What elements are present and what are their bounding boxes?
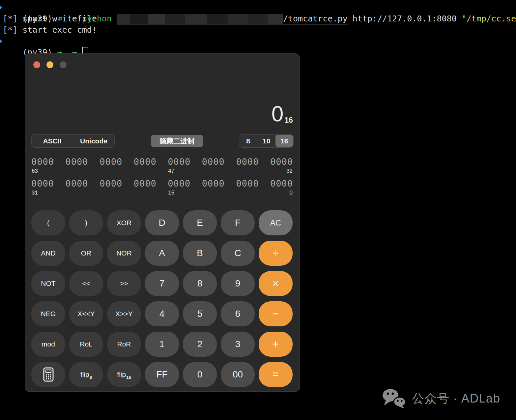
key-label: X>>Y	[115, 310, 133, 318]
binary-group[interactable]: 0000	[168, 178, 190, 189]
key-label: 4	[159, 309, 165, 319]
key-label: FF	[156, 369, 167, 380]
key-label: RoR	[117, 340, 131, 348]
key-x-shift-right-y[interactable]: X>>Y	[107, 301, 141, 326]
binary-group[interactable]: 0000	[100, 157, 122, 167]
key-shift-left[interactable]: <<	[69, 271, 103, 296]
key-or[interactable]: OR	[69, 241, 103, 266]
key-neg[interactable]: NEG	[31, 301, 65, 326]
key-label: <<	[82, 280, 90, 287]
terminal-output: (py39)→~python/tomcatrce.pyhttp://127.0.…	[0, 2, 516, 47]
binary-group[interactable]: 0000	[134, 157, 157, 167]
key-divide[interactable]: ÷	[259, 241, 293, 266]
key-equals[interactable]: =	[259, 362, 293, 387]
base-segment-10[interactable]: 10	[257, 135, 275, 147]
key-subtract[interactable]: −	[259, 301, 293, 326]
key-close-paren[interactable]: )	[69, 210, 103, 235]
binary-group[interactable]: 0000	[236, 157, 259, 167]
key-label: AND	[41, 249, 55, 257]
key-label: X<<Y	[77, 310, 95, 318]
key-multiply[interactable]: ×	[259, 271, 293, 296]
key-label: −	[272, 308, 279, 320]
zoom-button[interactable]	[60, 61, 67, 68]
prompt-clipped-arrow-icon	[0, 5, 2, 10]
key-8[interactable]: 8	[183, 271, 217, 296]
binary-view: 0000000000000000000000000000000063473200…	[31, 157, 293, 200]
bit-index-left: 63	[32, 168, 38, 174]
display-separator	[31, 130, 294, 130]
key-0[interactable]: 0	[183, 362, 217, 387]
key-label: mod	[42, 340, 55, 348]
binary-group[interactable]: 0000	[100, 178, 122, 189]
key-label: RoL	[80, 340, 93, 348]
key-label-subscript: 16	[126, 375, 131, 380]
key-flip8[interactable]: flip8	[69, 362, 103, 387]
minimize-button[interactable]	[46, 61, 53, 68]
key-d[interactable]: D	[145, 210, 179, 235]
key-label: A	[159, 248, 165, 258]
binary-group[interactable]: 0000	[66, 157, 88, 167]
key-e[interactable]: E	[183, 210, 217, 235]
key-2[interactable]: 2	[183, 332, 217, 357]
key-rol[interactable]: RoL	[69, 332, 103, 357]
key-flip16[interactable]: flip16	[107, 362, 141, 387]
key-label: F	[235, 218, 241, 228]
encoding-segmented-control: ASCII Unicode	[31, 134, 115, 148]
key-label: NOT	[41, 280, 55, 287]
key-label: flip	[117, 371, 126, 378]
key-3[interactable]: 3	[221, 332, 255, 357]
key-not[interactable]: NOT	[31, 271, 65, 296]
key-label: 3	[235, 339, 241, 349]
binary-group[interactable]: 0000	[236, 178, 259, 189]
binary-group[interactable]: 0000	[31, 178, 54, 189]
key-and[interactable]: AND	[31, 241, 65, 266]
key-ff[interactable]: FF	[145, 362, 179, 387]
key-00[interactable]: 00	[221, 362, 255, 387]
key-label: >>	[120, 280, 128, 287]
key-xor[interactable]: XOR	[107, 210, 141, 235]
prompt-clipped-arrow-icon	[0, 39, 2, 44]
key-label: AC	[270, 218, 281, 227]
binary-group[interactable]: 0000	[66, 178, 88, 189]
key-ac[interactable]: AC	[259, 210, 293, 235]
key-a[interactable]: A	[145, 241, 179, 266]
key-add[interactable]: +	[259, 332, 293, 357]
key-label: 00	[233, 369, 243, 380]
key-6[interactable]: 6	[221, 301, 255, 326]
close-button[interactable]	[33, 61, 40, 68]
key-label: =	[272, 368, 279, 381]
key-b[interactable]: B	[183, 241, 217, 266]
key-label: flip	[80, 371, 89, 378]
key-5[interactable]: 5	[183, 301, 217, 326]
binary-group[interactable]: 0000	[31, 157, 54, 167]
key-4[interactable]: 4	[145, 301, 179, 326]
binary-group[interactable]: 0000	[168, 157, 190, 167]
hide-binary-button[interactable]: 隐藏二进制	[151, 135, 203, 147]
bit-index-middle: 47	[168, 168, 174, 174]
display-base-subscript: 16	[284, 116, 293, 124]
key-label: C	[234, 248, 241, 258]
key-9[interactable]: 9	[221, 271, 255, 296]
key-1[interactable]: 1	[145, 332, 179, 357]
key-show-basic[interactable]	[31, 362, 65, 387]
key-c[interactable]: C	[221, 241, 255, 266]
key-label: +	[272, 338, 279, 350]
key-mod[interactable]: mod	[31, 332, 65, 357]
key-open-paren[interactable]: (	[31, 210, 65, 235]
base-segment-8[interactable]: 8	[239, 135, 257, 147]
key-x-shift-left-y[interactable]: X<<Y	[69, 301, 103, 326]
key-shift-right[interactable]: >>	[107, 271, 141, 296]
base-segment-16[interactable]: 16	[275, 135, 293, 147]
key-f[interactable]: F	[221, 210, 255, 235]
binary-group[interactable]: 0000	[134, 178, 157, 189]
key-nor[interactable]: NOR	[107, 241, 141, 266]
key-ror[interactable]: RoR	[107, 332, 141, 357]
segment-ascii[interactable]: ASCII	[32, 135, 73, 147]
key-label: 7	[159, 278, 165, 289]
binary-group[interactable]: 0000	[270, 157, 293, 167]
binary-group[interactable]: 0000	[202, 157, 225, 167]
key-7[interactable]: 7	[145, 271, 179, 296]
segment-unicode[interactable]: Unicode	[73, 135, 114, 147]
binary-group[interactable]: 0000	[202, 178, 225, 189]
binary-group[interactable]: 0000	[270, 178, 293, 189]
